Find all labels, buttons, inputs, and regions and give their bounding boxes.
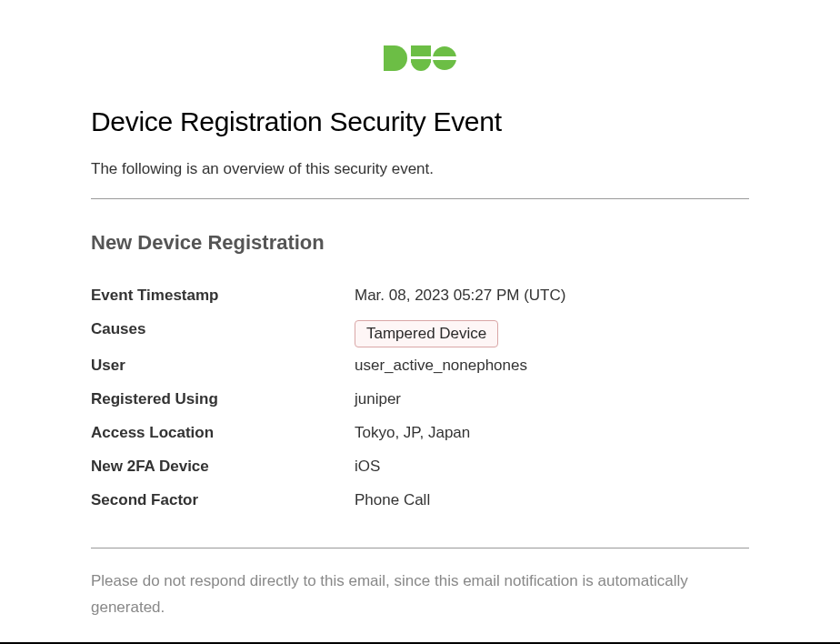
duo-logo-icon — [384, 45, 456, 75]
detail-label: Causes — [91, 316, 355, 352]
detail-value: user_active_nonephones — [355, 352, 749, 386]
detail-row-access-location: Access Location Tokyo, JP, Japan — [91, 419, 749, 453]
detail-value: Mar. 08, 2023 05:27 PM (UTC) — [355, 282, 749, 316]
section-title: New Device Registration — [91, 231, 749, 255]
svg-rect-1 — [411, 45, 431, 56]
causes-badge: Tampered Device — [355, 320, 498, 347]
detail-label: User — [91, 352, 355, 386]
detail-label: Access Location — [91, 419, 355, 453]
detail-value: Tokyo, JP, Japan — [355, 419, 749, 453]
svg-rect-0 — [384, 45, 395, 71]
detail-label: New 2FA Device — [91, 453, 355, 487]
page-title: Device Registration Security Event — [91, 106, 749, 137]
divider-bottom — [91, 548, 749, 548]
detail-row-new-2fa-device: New 2FA Device iOS — [91, 453, 749, 487]
detail-row-causes: Causes Tampered Device — [91, 316, 749, 352]
detail-value: Phone Call — [355, 487, 749, 520]
overview-text: The following is an overview of this sec… — [91, 160, 749, 178]
divider-top — [91, 198, 749, 199]
svg-rect-2 — [411, 59, 431, 63]
logo-container — [91, 45, 749, 75]
svg-rect-4 — [433, 56, 456, 60]
detail-value: Tampered Device — [355, 316, 749, 352]
detail-row-second-factor: Second Factor Phone Call — [91, 487, 749, 520]
footer-text: Please do not respond directly to this e… — [91, 569, 749, 621]
detail-label: Event Timestamp — [91, 282, 355, 316]
detail-label: Second Factor — [91, 487, 355, 520]
detail-value: juniper — [355, 386, 749, 419]
detail-value: iOS — [355, 453, 749, 487]
detail-row-user: User user_active_nonephones — [91, 352, 749, 386]
detail-row-registered-using: Registered Using juniper — [91, 386, 749, 419]
detail-label: Registered Using — [91, 386, 355, 419]
detail-row-event-timestamp: Event Timestamp Mar. 08, 2023 05:27 PM (… — [91, 282, 749, 316]
details-table: Event Timestamp Mar. 08, 2023 05:27 PM (… — [91, 282, 749, 520]
